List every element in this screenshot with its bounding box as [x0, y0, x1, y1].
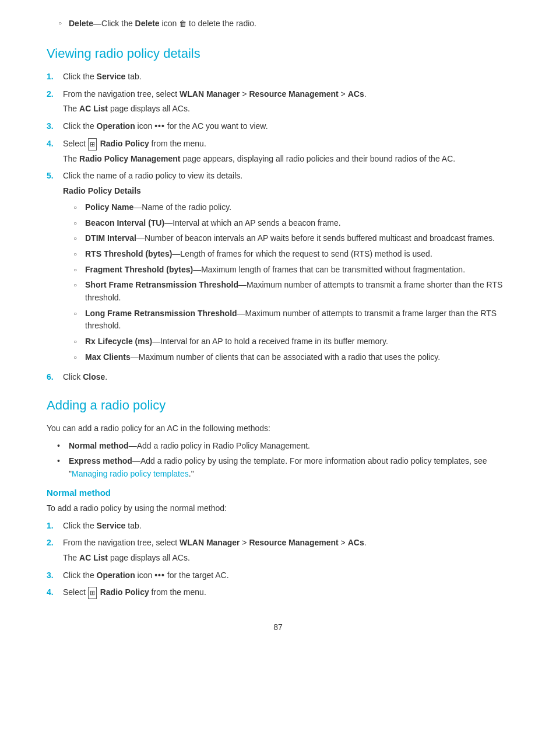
step-num-2: 2.: [47, 88, 63, 101]
normal-step-num-1: 1.: [47, 520, 63, 533]
step-num-1: 1.: [47, 71, 63, 83]
viewing-section: Viewing radio policy details 1. Click th…: [47, 46, 509, 384]
viewing-step-3: 3. Click the Operation icon ••• for the …: [47, 120, 509, 133]
normal-step-num-3: 3.: [47, 569, 63, 582]
top-bullets: Delete—Click the Delete icon 🗑 to delete…: [47, 18, 509, 30]
step-4-sub: The Radio Policy Management page appears…: [63, 153, 509, 166]
radio-policy-icon-2: ⊞: [88, 587, 97, 599]
normal-method-title: Normal method: [47, 488, 509, 498]
radio-policy-icon-1: ⊞: [88, 138, 97, 150]
express-method-bullet: Express method—Add a radio policy by usi…: [57, 455, 509, 480]
adding-section: Adding a radio policy You can add a radi…: [47, 398, 509, 599]
step-2-content: From the navigation tree, select WLAN Ma…: [63, 88, 509, 116]
beacon-interval-bullet: Beacon Interval (TU)—Interval at which a…: [73, 217, 509, 230]
delete-bullet: Delete—Click the Delete icon 🗑 to delete…: [58, 18, 509, 30]
viewing-section-title: Viewing radio policy details: [47, 46, 509, 61]
step-num-4: 4.: [47, 138, 63, 150]
viewing-steps-list: 1. Click the Service tab. 2. From the na…: [47, 71, 509, 384]
normal-step-2-content: From the navigation tree, select WLAN Ma…: [63, 537, 509, 564]
adding-methods-list: Normal method—Add a radio policy in Radi…: [47, 440, 509, 481]
normal-step-num-4: 4.: [47, 586, 63, 599]
normal-step-4: 4. Select ⊞ Radio Policy from the menu.: [47, 586, 509, 599]
normal-step-num-2: 2.: [47, 537, 63, 550]
step-num-3: 3.: [47, 120, 63, 133]
normal-step-1-content: Click the Service tab.: [63, 520, 509, 533]
step-num-6: 6.: [47, 371, 63, 384]
managing-templates-link[interactable]: Managing radio policy templates: [72, 469, 189, 478]
short-frame-bullet: Short Frame Retransmission Threshold—Max…: [73, 279, 509, 304]
rx-lifecycle-bullet: Rx Lifecycle (ms)—Interval for an AP to …: [73, 335, 509, 348]
normal-step-2-sub: The AC List page displays all ACs.: [63, 552, 509, 565]
normal-step-4-content: Select ⊞ Radio Policy from the menu.: [63, 586, 509, 599]
normal-step-2: 2. From the navigation tree, select WLAN…: [47, 537, 509, 564]
rts-threshold-bullet: RTS Threshold (bytes)—Length of frames f…: [73, 248, 509, 261]
step-1-content: Click the Service tab.: [63, 71, 509, 83]
delete-label-bold: Delete: [69, 19, 93, 28]
normal-step-1: 1. Click the Service tab.: [47, 520, 509, 533]
step-4-content: Select ⊞ Radio Policy from the menu. The…: [63, 138, 509, 166]
policy-details-bullets: Policy Name—Name of the radio policy. Be…: [63, 201, 509, 364]
long-frame-bullet: Long Frame Retransmission Threshold—Maxi…: [73, 307, 509, 332]
ellipsis-icon-2: •••: [154, 570, 165, 580]
adding-intro-text: You can add a radio policy for an AC in …: [47, 422, 509, 435]
delete-text: —Click the: [93, 19, 135, 28]
viewing-step-6: 6. Click Close.: [47, 371, 509, 384]
step-num-5: 5.: [47, 170, 63, 183]
viewing-step-1: 1. Click the Service tab.: [47, 71, 509, 83]
step-5-content: Click the name of a radio policy to view…: [63, 170, 509, 366]
adding-section-title: Adding a radio policy: [47, 398, 509, 413]
viewing-step-2: 2. From the navigation tree, select WLAN…: [47, 88, 509, 116]
policy-name-bullet: Policy Name—Name of the radio policy.: [73, 201, 509, 214]
page-number: 87: [47, 622, 509, 632]
delete-mid: icon 🗑: [160, 19, 186, 28]
normal-method-steps: 1. Click the Service tab. 2. From the na…: [47, 520, 509, 600]
normal-step-3: 3. Click the Operation icon ••• for the …: [47, 569, 509, 582]
page-content: Delete—Click the Delete icon 🗑 to delete…: [47, 18, 509, 632]
delete-end: to delete the radio.: [186, 19, 256, 28]
ellipsis-icon-1: •••: [154, 121, 165, 131]
normal-method-subsection: Normal method To add a radio policy by u…: [47, 488, 509, 599]
trash-icon: 🗑: [179, 18, 186, 30]
step-2-sub: The AC List page displays all ACs.: [63, 103, 509, 116]
step-6-content: Click Close.: [63, 371, 509, 384]
fragment-threshold-bullet: Fragment Threshold (bytes)—Maximum lengt…: [73, 264, 509, 276]
radio-policy-details-heading: Radio Policy Details: [63, 185, 509, 198]
normal-method-intro: To add a radio policy by using the norma…: [47, 502, 509, 515]
normal-step-3-content: Click the Operation icon ••• for the tar…: [63, 569, 509, 582]
delete-bold2: Delete: [135, 19, 160, 28]
viewing-step-5: 5. Click the name of a radio policy to v…: [47, 170, 509, 366]
max-clients-bullet: Max Clients—Maximum number of clients th…: [73, 351, 509, 364]
viewing-step-4: 4. Select ⊞ Radio Policy from the menu. …: [47, 138, 509, 166]
dtim-interval-bullet: DTIM Interval—Number of beacon intervals…: [73, 232, 509, 245]
step-3-content: Click the Operation icon ••• for the AC …: [63, 120, 509, 133]
normal-method-bullet: Normal method—Add a radio policy in Radi…: [57, 440, 509, 453]
